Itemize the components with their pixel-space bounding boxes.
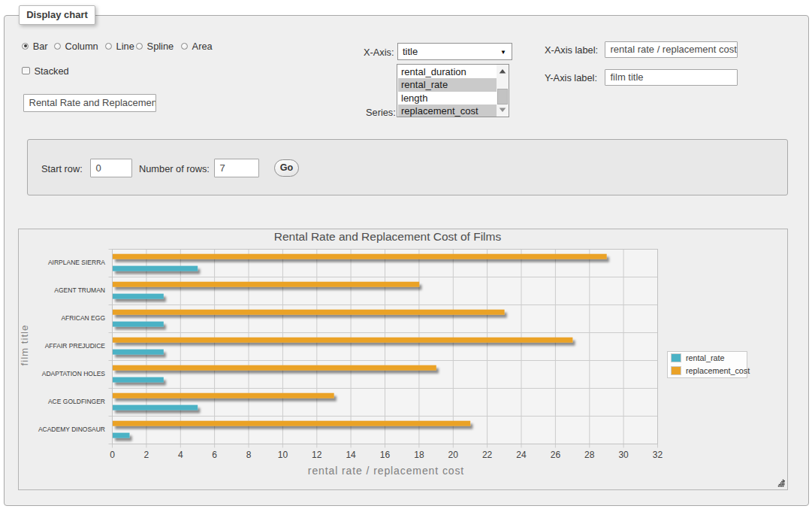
svg-text:14: 14 <box>346 450 356 460</box>
svg-text:32: 32 <box>653 450 663 460</box>
svg-text:Rental Rate and Replacement Co: Rental Rate and Replacement Cost of Film… <box>274 230 502 243</box>
svg-text:film title: film title <box>19 325 30 366</box>
svg-text:12: 12 <box>312 450 322 460</box>
svg-text:AIRPLANE SIERRA: AIRPLANE SIERRA <box>48 259 105 266</box>
svg-text:rental_rate: rental_rate <box>686 353 725 362</box>
svg-text:8: 8 <box>246 450 252 460</box>
svg-text:0: 0 <box>110 450 115 460</box>
svg-text:6: 6 <box>212 450 217 460</box>
svg-text:16: 16 <box>380 450 391 460</box>
svg-text:28: 28 <box>584 450 595 460</box>
svg-text:20: 20 <box>448 450 459 460</box>
svg-text:rental rate / replacement cost: rental rate / replacement cost <box>308 465 464 477</box>
svg-text:ADAPTATION HOLES: ADAPTATION HOLES <box>42 370 106 377</box>
svg-text:18: 18 <box>414 450 424 460</box>
svg-text:26: 26 <box>551 450 561 460</box>
svg-text:24: 24 <box>516 450 527 460</box>
svg-text:AFRICAN EGG: AFRICAN EGG <box>61 314 105 322</box>
svg-text:22: 22 <box>482 450 493 460</box>
svg-text:AGENT TRUMAN: AGENT TRUMAN <box>54 286 105 294</box>
svg-text:10: 10 <box>278 450 288 460</box>
svg-text:AFFAIR PREJUDICE: AFFAIR PREJUDICE <box>45 342 106 350</box>
svg-text:ACE GOLDFINGER: ACE GOLDFINGER <box>48 398 105 405</box>
svg-text:30: 30 <box>618 450 629 460</box>
svg-text:replacement_cost: replacement_cost <box>686 366 750 375</box>
svg-text:4: 4 <box>178 450 183 460</box>
svg-text:ACADEMY DINOSAUR: ACADEMY DINOSAUR <box>38 426 105 433</box>
svg-text:2: 2 <box>144 450 149 460</box>
